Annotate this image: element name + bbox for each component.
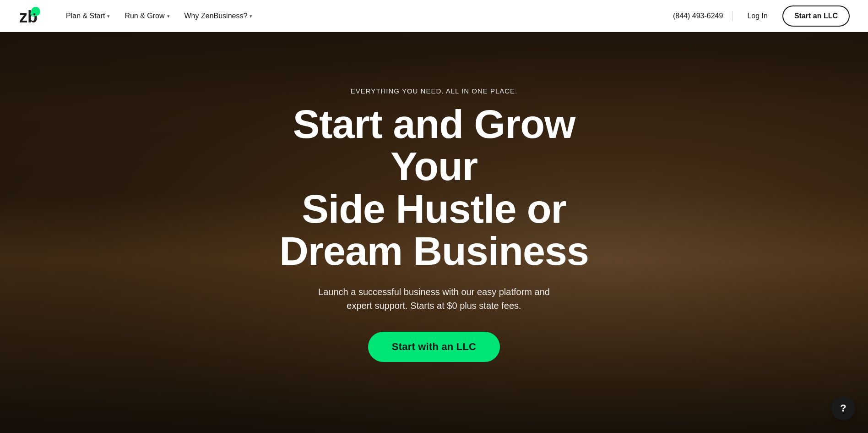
nav-run-grow[interactable]: Run & Grow ▾	[119, 8, 175, 24]
hero-title-line2: Side Hustle or Dream Business	[279, 186, 589, 274]
navbar-left: zb ● Plan & Start ▾ Run & Grow ▾ Why Zen…	[18, 5, 258, 27]
nav-plan-start[interactable]: Plan & Start ▾	[60, 8, 115, 24]
navbar-right: (844) 493-6249 Log In Start an LLC	[673, 5, 850, 27]
nav-why-zenbusiness[interactable]: Why ZenBusiness? ▾	[179, 8, 258, 24]
start-llc-button[interactable]: Start an LLC	[782, 5, 850, 27]
navbar: zb ● Plan & Start ▾ Run & Grow ▾ Why Zen…	[0, 0, 868, 32]
hero-title-line1: Start and Grow Your	[293, 101, 575, 189]
nav-run-grow-label: Run & Grow	[125, 12, 164, 20]
phone-number[interactable]: (844) 493-6249	[673, 12, 723, 20]
logo[interactable]: zb ●	[18, 5, 42, 27]
nav-why-chevron: ▾	[250, 13, 252, 19]
navbar-divider	[732, 11, 732, 21]
question-mark-icon: ?	[840, 402, 846, 414]
hero-subtitle: Launch a successful business with our ea…	[315, 285, 553, 312]
hero-content: EVERYTHING YOU NEED. ALL IN ONE PLACE. S…	[228, 87, 640, 362]
nav-plan-start-chevron: ▾	[107, 13, 110, 19]
help-bubble[interactable]: ?	[831, 396, 855, 420]
hero-eyebrow: EVERYTHING YOU NEED. ALL IN ONE PLACE.	[246, 87, 622, 95]
nav-plan-start-label: Plan & Start	[66, 12, 105, 20]
hero-section: EVERYTHING YOU NEED. ALL IN ONE PLACE. S…	[0, 0, 868, 433]
nav-links: Plan & Start ▾ Run & Grow ▾ Why ZenBusin…	[60, 8, 258, 24]
login-button[interactable]: Log In	[742, 8, 773, 24]
hero-title: Start and Grow Your Side Hustle or Dream…	[246, 103, 622, 273]
nav-run-grow-chevron: ▾	[167, 13, 170, 19]
nav-why-label: Why ZenBusiness?	[184, 12, 248, 20]
svg-text:●: ●	[33, 11, 36, 16]
hero-cta-button[interactable]: Start with an LLC	[368, 332, 500, 362]
